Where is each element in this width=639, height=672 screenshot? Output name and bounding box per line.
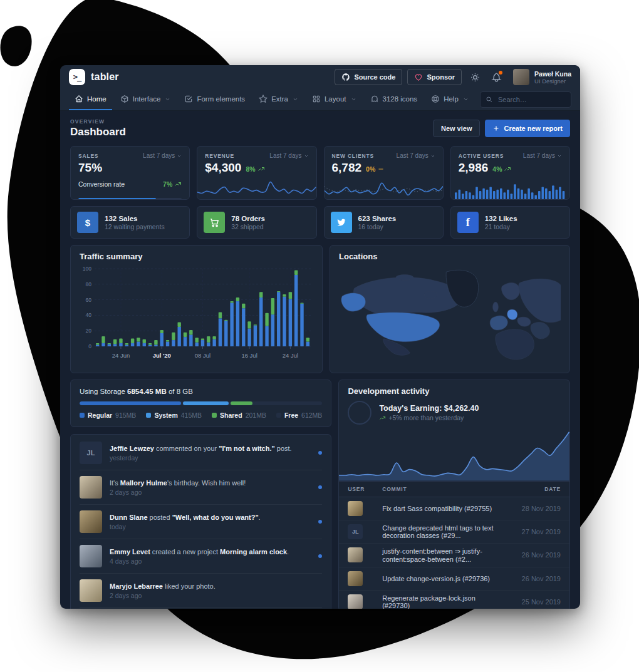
svg-text:40: 40 (86, 312, 92, 318)
new-clients-sparkline-chart (325, 178, 443, 199)
source-code-button[interactable]: Source code (335, 69, 402, 85)
stat-value: 6,782 (332, 161, 362, 175)
stat-card-revenue: REVENUE Last 7 days $4,300 8% (197, 146, 316, 200)
charts-row: Traffic summary 02040608010024 JunJul '2… (70, 245, 570, 373)
storage-card: Using Storage 6854.45 MB of 8 GB Regular… (70, 380, 331, 427)
avatar (348, 547, 363, 562)
avatar (80, 476, 102, 499)
search-box[interactable] (480, 91, 571, 108)
twitter-icon (331, 212, 352, 233)
svg-text:80: 80 (86, 281, 92, 287)
earning-subtext: +5% more than yesterday (388, 414, 464, 421)
svg-text:08 Jul: 08 Jul (195, 352, 210, 359)
svg-text:60: 60 (86, 297, 92, 303)
chevron-down-icon (293, 96, 298, 102)
period-dropdown[interactable]: Last 7 days (397, 152, 435, 159)
checkbox-icon (184, 95, 193, 103)
svg-text:16 Jul: 16 Jul (241, 352, 257, 359)
table-row: Update change-version.js (#29736) 26 Nov… (339, 567, 569, 590)
list-item: Dunn Slane posted "Well, what do you wan… (80, 505, 322, 539)
conversion-progress (78, 198, 182, 200)
trending-up-icon (379, 415, 386, 421)
star-icon (259, 95, 268, 103)
package-icon (120, 95, 129, 103)
svg-text:24 Jun: 24 Jun (112, 352, 130, 359)
avatar (348, 501, 363, 516)
stat-card-new-clients: NEW CLIENTS Last 7 days 6,782 0% (324, 146, 444, 200)
sponsor-button[interactable]: Sponsor (407, 69, 462, 85)
menu-item-layout[interactable]: Layout (306, 89, 362, 110)
avatar: JL (80, 442, 102, 464)
traffic-summary-chart: 02040608010024 JunJul '2008 Jul16 Jul24 … (80, 264, 313, 363)
page-pretitle: OVERVIEW (70, 118, 126, 125)
menu-item-help[interactable]: Help (425, 89, 474, 110)
stat-card-sales: SALES Last 7 days 75% Conversion rate 7% (70, 146, 190, 200)
table-row: JL Change deprecated html tags to text d… (339, 520, 569, 543)
avatar (80, 510, 102, 533)
trending-up-icon (174, 180, 182, 188)
menu-item-form-elements[interactable]: Form elements (179, 89, 251, 110)
create-new-report-button[interactable]: Create new report (485, 120, 570, 137)
unread-dot (318, 554, 322, 558)
list-item: It's Mallory Hulme's birthday. Wish him … (80, 470, 322, 505)
avatar (348, 571, 363, 586)
activity-feed-card: JL Jeffie Lewzey commented on your "I'm … (70, 434, 331, 609)
new-view-button[interactable]: New view (433, 120, 481, 137)
revenue-sparkline-chart (197, 179, 316, 199)
source-code-label: Source code (354, 73, 395, 81)
menu-item-extra[interactable]: Extra (253, 89, 304, 110)
theme-toggle-sun-icon[interactable] (467, 69, 483, 85)
svg-text:24 Jul: 24 Jul (283, 352, 298, 359)
earning-value: Today's Earning: $4,262.40 (379, 404, 479, 413)
list-item: Emmy Levet created a new project Morning… (80, 539, 322, 574)
unread-dot (318, 485, 322, 489)
earnings-summary: Today's Earning: $4,262.40 +5% more than… (339, 396, 569, 425)
lifebuoy-icon (431, 95, 440, 103)
commits-table: USER COMMIT DATE Fix dart Sass compatibi… (339, 481, 569, 609)
storage-legend: Regular915MB System415MB Shared201MB Fre… (80, 411, 322, 419)
ghost-icon (370, 95, 379, 103)
page-title: Dashboard (70, 126, 126, 138)
chevron-down-icon (351, 96, 356, 102)
period-dropdown[interactable]: Last 7 days (143, 152, 182, 159)
panel-title: Development activity (348, 386, 561, 396)
stat-label: REVENUE (205, 153, 234, 159)
menu-item-interface[interactable]: Interface (115, 89, 177, 110)
search-input[interactable] (497, 95, 566, 104)
list-item: Maryjo Lebarree liked your photo. 2 days… (80, 574, 322, 608)
mini-card-shares: 623 Shares 16 today (324, 206, 444, 239)
menu-item-home[interactable]: Home (69, 89, 112, 110)
storage-title: Using Storage 6854.45 MB of 8 GB (80, 388, 322, 395)
top-navbar: >_ tabler Source code Sponsor Paweł Kuna… (60, 65, 580, 89)
stat-label: ACTIVE USERS (459, 153, 504, 159)
facebook-icon: f (457, 212, 479, 233)
notifications-bell-icon[interactable] (488, 69, 504, 85)
user-name: Paweł Kuna (534, 70, 571, 78)
bottom-row: Using Storage 6854.45 MB of 8 GB Regular… (70, 380, 570, 609)
brand-logo[interactable]: >_ tabler (69, 69, 119, 85)
tabler-logo-icon: >_ (69, 69, 85, 85)
world-map (339, 261, 561, 363)
period-dropdown[interactable]: Last 7 days (523, 152, 562, 159)
development-activity-card: Development activity Today's Earning: $4… (338, 380, 570, 609)
unread-dot (318, 520, 322, 524)
home-icon (75, 95, 83, 103)
stat-card-active-users: ACTIVE USERS Last 7 days 2,986 4% (450, 146, 570, 200)
mini-card-sales: $ 132 Sales 12 waiting payments (70, 206, 190, 239)
stat-value: 2,986 (459, 161, 489, 175)
user-menu[interactable]: Paweł Kuna UI Designer (513, 69, 571, 85)
avatar: JL (348, 524, 363, 539)
traffic-summary-card: Traffic summary 02040608010024 JunJul '2… (70, 245, 323, 373)
avatar (80, 545, 102, 567)
menu-item-icons[interactable]: 3128 icons (365, 89, 423, 110)
chevron-down-icon (463, 96, 469, 102)
table-row: Fix dart Sass compatibility (#29755) 28 … (339, 497, 569, 520)
development-activity-chart (339, 426, 569, 481)
active-users-bar-chart (451, 182, 569, 199)
period-dropdown[interactable]: Last 7 days (269, 152, 308, 159)
search-icon (486, 96, 493, 103)
svg-text:20: 20 (86, 328, 92, 334)
layout-grid-icon (312, 95, 321, 103)
legend-swatch (146, 413, 151, 418)
conversion-label: Conversion rate (78, 180, 125, 188)
